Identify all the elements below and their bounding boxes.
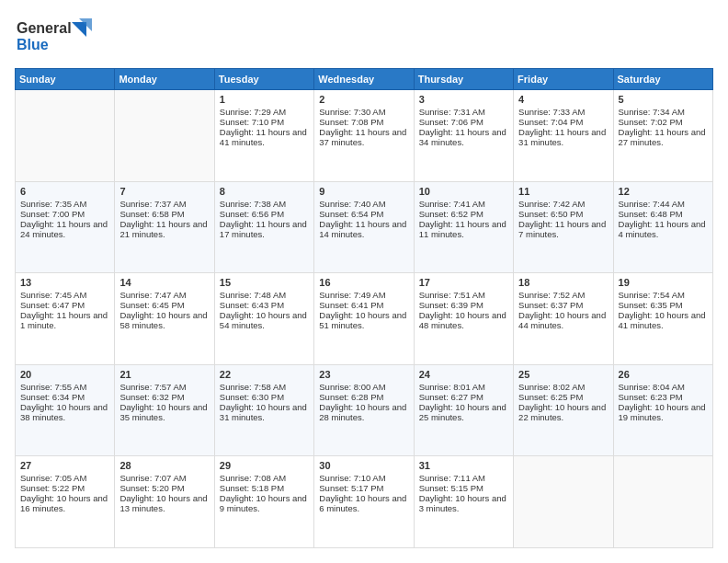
day-number: 28 — [119, 460, 209, 471]
sunset-text: Sunset: 6:27 PM — [419, 392, 483, 402]
calendar-cell: 1 Sunrise: 7:29 AM Sunset: 7:10 PM Dayli… — [214, 90, 313, 182]
daylight-text: Daylight: 10 hours and 16 minutes. — [20, 493, 108, 513]
calendar-cell: 3 Sunrise: 7:31 AM Sunset: 7:06 PM Dayli… — [414, 90, 513, 182]
sunset-text: Sunset: 5:22 PM — [20, 483, 85, 493]
daylight-text: Daylight: 10 hours and 54 minutes. — [220, 310, 307, 330]
day-number: 7 — [119, 186, 209, 197]
sunset-text: Sunset: 7:00 PM — [20, 209, 85, 219]
day-number: 13 — [20, 277, 109, 288]
daylight-text: Daylight: 10 hours and 38 minutes. — [20, 402, 108, 422]
daylight-text: Daylight: 11 hours and 31 minutes. — [518, 127, 606, 147]
daylight-text: Daylight: 10 hours and 31 minutes. — [220, 402, 307, 422]
daylight-text: Daylight: 11 hours and 7 minutes. — [518, 219, 606, 239]
sunrise-text: Sunrise: 7:05 AM — [20, 473, 86, 483]
calendar-cell: 23 Sunrise: 8:00 AM Sunset: 6:28 PM Dayl… — [314, 364, 414, 456]
day-number: 24 — [419, 369, 508, 380]
sunrise-text: Sunrise: 7:48 AM — [220, 290, 286, 300]
day-header-wednesday: Wednesday — [314, 69, 414, 90]
calendar-cell: 7 Sunrise: 7:37 AM Sunset: 6:58 PM Dayli… — [115, 181, 214, 273]
calendar-cell: 4 Sunrise: 7:33 AM Sunset: 7:04 PM Dayli… — [514, 90, 613, 182]
calendar-cell: 5 Sunrise: 7:34 AM Sunset: 7:02 PM Dayli… — [613, 90, 712, 182]
daylight-text: Daylight: 11 hours and 41 minutes. — [220, 127, 307, 147]
calendar-cell — [613, 456, 712, 548]
day-number: 20 — [20, 369, 109, 380]
daylight-text: Daylight: 10 hours and 9 minutes. — [220, 493, 307, 513]
day-number: 6 — [20, 186, 109, 197]
daylight-text: Daylight: 10 hours and 44 minutes. — [518, 310, 606, 330]
sunset-text: Sunset: 6:37 PM — [518, 300, 583, 310]
day-header-saturday: Saturday — [613, 69, 712, 90]
sunset-text: Sunset: 7:06 PM — [419, 117, 483, 127]
sunset-text: Sunset: 6:30 PM — [220, 392, 284, 402]
day-number: 22 — [220, 369, 309, 380]
sunset-text: Sunset: 6:45 PM — [119, 300, 184, 310]
calendar-cell: 26 Sunrise: 8:04 AM Sunset: 6:23 PM Dayl… — [613, 364, 712, 456]
sunrise-text: Sunrise: 7:52 AM — [518, 290, 585, 300]
sunset-text: Sunset: 6:54 PM — [319, 209, 383, 219]
sunset-text: Sunset: 6:34 PM — [20, 392, 85, 402]
daylight-text: Daylight: 11 hours and 1 minute. — [20, 310, 108, 330]
calendar-cell: 31 Sunrise: 7:11 AM Sunset: 5:15 PM Dayl… — [414, 456, 513, 548]
calendar-cell: 29 Sunrise: 7:08 AM Sunset: 5:18 PM Dayl… — [214, 456, 313, 548]
daylight-text: Daylight: 11 hours and 27 minutes. — [619, 127, 706, 147]
logo: General Blue — [15, 15, 97, 59]
day-header-sunday: Sunday — [16, 69, 115, 90]
daylight-text: Daylight: 11 hours and 34 minutes. — [419, 127, 506, 147]
calendar-cell: 12 Sunrise: 7:44 AM Sunset: 6:48 PM Dayl… — [613, 181, 712, 273]
daylight-text: Daylight: 11 hours and 17 minutes. — [220, 219, 307, 239]
sunset-text: Sunset: 7:08 PM — [319, 117, 383, 127]
day-number: 21 — [119, 369, 209, 380]
sunrise-text: Sunrise: 7:30 AM — [319, 107, 385, 117]
calendar-cell: 19 Sunrise: 7:54 AM Sunset: 6:35 PM Dayl… — [613, 273, 712, 365]
day-number: 10 — [419, 186, 508, 197]
calendar-cell: 2 Sunrise: 7:30 AM Sunset: 7:08 PM Dayli… — [314, 90, 414, 182]
daylight-text: Daylight: 10 hours and 35 minutes. — [119, 402, 207, 422]
sunset-text: Sunset: 6:56 PM — [220, 209, 284, 219]
sunrise-text: Sunrise: 7:55 AM — [20, 382, 86, 392]
svg-text:Blue: Blue — [17, 37, 49, 52]
day-number: 18 — [518, 277, 608, 288]
daylight-text: Daylight: 10 hours and 25 minutes. — [419, 402, 506, 422]
sunset-text: Sunset: 6:39 PM — [419, 300, 483, 310]
sunrise-text: Sunrise: 7:42 AM — [518, 199, 585, 209]
calendar-cell: 24 Sunrise: 8:01 AM Sunset: 6:27 PM Dayl… — [414, 364, 513, 456]
daylight-text: Daylight: 10 hours and 13 minutes. — [119, 493, 207, 513]
day-number: 19 — [619, 277, 708, 288]
sunrise-text: Sunrise: 7:45 AM — [20, 290, 86, 300]
sunset-text: Sunset: 5:18 PM — [220, 483, 284, 493]
day-header-tuesday: Tuesday — [214, 69, 313, 90]
day-number: 27 — [20, 460, 109, 471]
day-number: 26 — [619, 369, 708, 380]
daylight-text: Daylight: 10 hours and 28 minutes. — [319, 402, 406, 422]
svg-text:General: General — [17, 20, 72, 36]
day-number: 15 — [220, 277, 309, 288]
day-number: 31 — [419, 460, 508, 471]
sunrise-text: Sunrise: 7:11 AM — [419, 473, 485, 483]
daylight-text: Daylight: 10 hours and 51 minutes. — [319, 310, 406, 330]
daylight-text: Daylight: 11 hours and 11 minutes. — [419, 219, 506, 239]
day-number: 5 — [619, 94, 708, 105]
calendar-cell — [16, 90, 115, 182]
sunrise-text: Sunrise: 8:04 AM — [619, 382, 685, 392]
day-header-thursday: Thursday — [414, 69, 513, 90]
daylight-text: Daylight: 11 hours and 21 minutes. — [119, 219, 207, 239]
sunset-text: Sunset: 5:20 PM — [119, 483, 184, 493]
calendar-cell: 6 Sunrise: 7:35 AM Sunset: 7:00 PM Dayli… — [16, 181, 115, 273]
sunrise-text: Sunrise: 7:44 AM — [619, 199, 685, 209]
daylight-text: Daylight: 11 hours and 14 minutes. — [319, 219, 406, 239]
sunrise-text: Sunrise: 7:07 AM — [119, 473, 186, 483]
calendar-cell: 27 Sunrise: 7:05 AM Sunset: 5:22 PM Dayl… — [16, 456, 115, 548]
day-number: 23 — [319, 369, 408, 380]
calendar-cell: 15 Sunrise: 7:48 AM Sunset: 6:43 PM Dayl… — [214, 273, 313, 365]
daylight-text: Daylight: 10 hours and 6 minutes. — [319, 493, 406, 513]
calendar-header-row: SundayMondayTuesdayWednesdayThursdayFrid… — [16, 69, 713, 90]
day-header-monday: Monday — [115, 69, 214, 90]
calendar-cell: 16 Sunrise: 7:49 AM Sunset: 6:41 PM Dayl… — [314, 273, 414, 365]
page: General Blue SundayMondayTuesdayWednesda… — [0, 0, 728, 563]
sunrise-text: Sunrise: 7:29 AM — [220, 107, 286, 117]
sunrise-text: Sunrise: 8:01 AM — [419, 382, 485, 392]
calendar-week-row: 6 Sunrise: 7:35 AM Sunset: 7:00 PM Dayli… — [16, 181, 713, 273]
sunset-text: Sunset: 6:58 PM — [119, 209, 184, 219]
calendar-cell: 11 Sunrise: 7:42 AM Sunset: 6:50 PM Dayl… — [514, 181, 613, 273]
calendar-week-row: 27 Sunrise: 7:05 AM Sunset: 5:22 PM Dayl… — [16, 456, 713, 548]
